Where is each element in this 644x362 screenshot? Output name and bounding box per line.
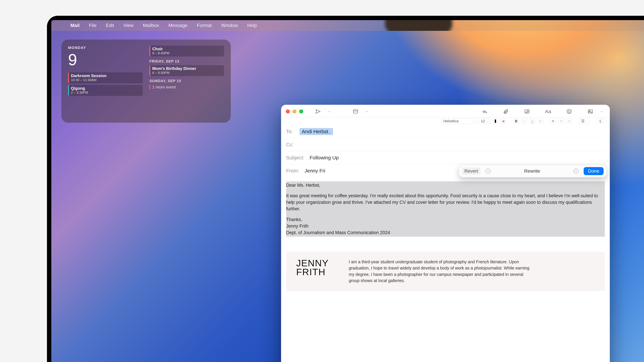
writing-tools-title: Rewrite — [496, 168, 568, 174]
markup-icon[interactable] — [524, 108, 530, 115]
revert-button[interactable]: Revert — [462, 167, 480, 175]
text-color-swatch[interactable] — [492, 118, 498, 124]
message-body[interactable]: Dear Ms. Herbst, It was great meeting fo… — [281, 177, 610, 295]
calendar-date-header: SUNDAY, SEP 15 — [150, 79, 224, 83]
strikethrough-button[interactable]: S — [538, 118, 543, 124]
recipient-token[interactable]: Andi Herbst⌵ — [300, 128, 333, 135]
align-left-button[interactable]: ≡ — [550, 118, 556, 124]
svg-point-3 — [567, 109, 572, 114]
cc-label: Cc: — [286, 142, 296, 147]
emoji-icon[interactable] — [566, 108, 572, 115]
from-label: From: — [286, 168, 301, 174]
header-fields-icon[interactable] — [352, 108, 359, 115]
bold-button[interactable]: B — [513, 118, 519, 124]
underline-button[interactable]: U — [530, 118, 535, 124]
window-controls — [286, 109, 303, 113]
send-menu-chevron-icon[interactable] — [326, 108, 333, 115]
font-family-select[interactable]: Helvetica⌵ — [441, 118, 476, 124]
desktop-screen: Mail File Edit View Mailbox Message Form… — [51, 20, 644, 362]
calendar-event[interactable]: Darkroom Session 10:30 – 11:30AM — [68, 72, 143, 83]
align-center-button[interactable]: ≡ — [558, 118, 564, 124]
calendar-day-number: 9 — [68, 52, 143, 68]
calendar-event[interactable]: Qigong 2 – 3:30PM — [68, 85, 143, 96]
calendar-more-events[interactable]: 1 more event — [150, 85, 224, 89]
align-right-button[interactable]: ≡ — [566, 118, 572, 124]
cc-field[interactable]: Cc: — [286, 138, 605, 151]
svg-rect-0 — [353, 110, 358, 113]
photo-menu-chevron-icon[interactable] — [598, 108, 605, 115]
minimize-button[interactable] — [292, 109, 296, 113]
to-label: To: — [286, 129, 296, 134]
zoom-button[interactable] — [299, 109, 303, 113]
calendar-day-name: MONDAY — [68, 45, 143, 50]
subject-label: Subject: — [286, 155, 306, 161]
menu-app[interactable]: Mail — [66, 20, 84, 31]
writing-tools-bar: Revert ≡ Rewrite ✎ Done — [459, 165, 607, 177]
font-size-select[interactable]: 12⌵ — [479, 118, 490, 124]
menu-mailbox[interactable]: Mailbox — [138, 20, 164, 31]
menubar: Mail File Edit View Mailbox Message Form… — [51, 20, 644, 31]
indent-select[interactable]: ›| ⌵ — [597, 118, 606, 124]
done-button[interactable]: Done — [584, 167, 604, 175]
from-value: Jenny Fri — [304, 168, 325, 174]
attachment-name-line1: JENNY — [296, 259, 329, 268]
menu-message[interactable]: Message — [164, 20, 192, 31]
menu-help[interactable]: Help — [242, 20, 262, 31]
subject-value: Following Up — [310, 155, 338, 161]
attachment-paragraph: I am a third-year student undergraduate … — [349, 259, 535, 284]
device-bezel: Mail File Edit View Mailbox Message Form… — [47, 16, 644, 362]
header-menu-chevron-icon[interactable] — [364, 108, 370, 115]
list-style-select[interactable]: ☰ ⌵ — [579, 118, 590, 124]
svg-point-5 — [570, 111, 570, 111]
calendar-widget[interactable]: MONDAY 9 Darkroom Session 10:30 – 11:30A… — [62, 39, 231, 123]
attachment-preview[interactable]: JENNY FRITH I am a third-year student un… — [286, 252, 605, 291]
menu-view[interactable]: View — [119, 20, 138, 31]
send-icon[interactable] — [314, 108, 321, 115]
window-toolbar: Aa — [281, 105, 610, 117]
writing-tools-right-icon[interactable]: ✎ — [574, 169, 578, 174]
calendar-date-header: FRIDAY, SEP 13 — [150, 59, 224, 63]
menu-format[interactable]: Format — [192, 20, 216, 31]
format-text-icon[interactable]: Aa — [545, 108, 552, 115]
writing-tools-left-icon[interactable]: ≡ — [486, 169, 490, 174]
attach-icon[interactable] — [502, 108, 509, 115]
format-bar: Helvetica⌵ 12⌵ a B I U S ≡ ≡ ≡ ☰ ⌵ ›| ⌵ — [281, 117, 610, 125]
close-button[interactable] — [286, 109, 290, 113]
photo-icon[interactable] — [587, 108, 594, 115]
calendar-event[interactable]: Choir 8 – 8:45PM — [150, 45, 224, 56]
svg-point-4 — [568, 111, 569, 111]
from-field[interactable]: From: Jenny Fri Revert ≡ Rewrite ✎ Done — [286, 164, 605, 177]
attachment-name-line2: FRITH — [296, 268, 329, 277]
text-color-picker[interactable]: a — [500, 118, 506, 124]
mail-compose-window: Aa Helvetica⌵ 12⌵ — [281, 105, 610, 362]
calendar-event[interactable]: Mom's Birthday Dinner 6 – 8:30PM — [150, 65, 224, 76]
to-field[interactable]: To: Andi Herbst⌵ — [286, 125, 605, 138]
italic-button[interactable]: I — [522, 118, 527, 124]
reply-icon[interactable] — [481, 108, 488, 115]
subject-field[interactable]: Subject: Following Up — [286, 151, 605, 164]
menu-edit[interactable]: Edit — [101, 20, 119, 31]
menu-window[interactable]: Window — [216, 20, 243, 31]
selected-text[interactable]: Dear Ms. Herbst, It was great meeting fo… — [286, 181, 605, 237]
menu-file[interactable]: File — [84, 20, 101, 31]
